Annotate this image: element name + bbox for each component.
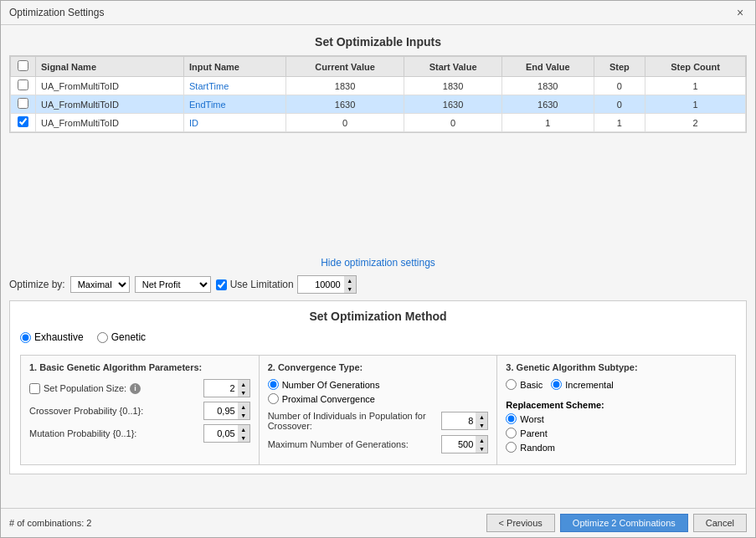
parent-label: Parent: [520, 428, 547, 438]
param-row-crossover: Crossover Probability {0..1}: ▲ ▼: [29, 402, 250, 420]
random-radio-label[interactable]: Random: [506, 442, 727, 453]
individuals-input[interactable]: [442, 414, 476, 428]
maxgen-up[interactable]: ▲: [476, 436, 487, 444]
popsize-spinner: ▲ ▼: [203, 379, 250, 397]
proximal-label: Proximal Convergence: [282, 394, 375, 404]
row-checkbox-cell: [11, 114, 36, 132]
incremental-subtype-text: Incremental: [565, 380, 613, 390]
title-bar: Optimization Settings ×: [1, 1, 755, 25]
individuals-label: Number of Individuals in Population for …: [268, 411, 439, 431]
method-section-title: Set Optimization Method: [20, 310, 736, 323]
row-signal-2: UA_FromMultiToID: [36, 114, 184, 132]
crossover-down[interactable]: ▼: [238, 411, 249, 419]
optimize-method-select[interactable]: MaximalMinimal: [70, 276, 130, 293]
row-step-2: 1: [594, 114, 645, 132]
hide-link-area: Hide optimization settings: [9, 257, 747, 269]
use-limitation-checkbox[interactable]: [216, 279, 227, 290]
basic-subtype-label[interactable]: Basic: [506, 379, 543, 390]
cancel-button[interactable]: Cancel: [693, 514, 747, 532]
footer-buttons: < Previous Optimize 2 Combinations Cance…: [486, 514, 747, 532]
combinations-count: # of combinations: 2: [9, 518, 91, 528]
popsize-checkbox[interactable]: [29, 383, 40, 394]
optimize-metric-select[interactable]: Net ProfitTotal TradesProfit Factor: [135, 276, 211, 293]
col-header-end: End Value: [501, 57, 594, 77]
table-row: UA_FromMultiToID EndTime 1630 1630 1630 …: [11, 95, 746, 114]
incremental-subtype-label[interactable]: Incremental: [551, 379, 613, 390]
parent-radio-label[interactable]: Parent: [506, 428, 727, 438]
inputs-table: Signal Name Input Name Current Value Sta…: [10, 56, 746, 132]
col3-box: 3. Genetic Algorithm Subtype: Basic Incr…: [497, 355, 736, 465]
random-label: Random: [520, 443, 555, 453]
popsize-spinner-btns: ▲ ▼: [238, 380, 249, 397]
select-all-checkbox[interactable]: [18, 60, 28, 71]
param-label-popsize: Set Population Size: i: [29, 383, 200, 394]
close-button[interactable]: ×: [733, 6, 747, 19]
mutation-up[interactable]: ▲: [238, 425, 249, 433]
crossover-up[interactable]: ▲: [238, 402, 249, 411]
row-checkbox-1[interactable]: [18, 98, 28, 109]
num-generations-label: Number Of Generations: [282, 380, 380, 390]
maxgen-down[interactable]: ▼: [476, 444, 487, 453]
previous-button[interactable]: < Previous: [486, 514, 555, 532]
hide-settings-link[interactable]: Hide optimization settings: [321, 257, 435, 269]
basic-subtype-text: Basic: [520, 380, 543, 390]
exhaustive-radio[interactable]: [20, 332, 31, 343]
limitation-down-button[interactable]: ▼: [344, 284, 356, 293]
genetic-radio-label[interactable]: Genetic: [97, 331, 146, 343]
genetic-radio[interactable]: [97, 332, 108, 343]
random-radio[interactable]: [506, 442, 517, 453]
num-generations-radio[interactable]: [268, 379, 279, 390]
row-checkbox-2[interactable]: [18, 116, 28, 127]
col3-title: 3. Genetic Algorithm Subtype:: [506, 362, 727, 372]
exhaustive-radio-label[interactable]: Exhaustive: [20, 331, 84, 343]
popsize-up[interactable]: ▲: [238, 380, 249, 388]
row-signal-0: UA_FromMultiToID: [36, 77, 184, 95]
method-section: Set Optimization Method Exhaustive Genet…: [9, 300, 747, 474]
proximal-radio[interactable]: [268, 393, 279, 404]
limitation-spinner: ▲ ▼: [297, 275, 357, 294]
table-row: UA_FromMultiToID ID 0 0 1 1 2: [11, 114, 746, 132]
inputs-section-title: Set Optimizable Inputs: [9, 35, 747, 49]
col-header-current: Current Value: [285, 57, 404, 77]
row-checkbox-0[interactable]: [18, 79, 28, 90]
mutation-down[interactable]: ▼: [238, 433, 249, 442]
col-header-signal: Signal Name: [36, 57, 184, 77]
individuals-down[interactable]: ▼: [476, 421, 487, 429]
incremental-subtype-radio[interactable]: [551, 379, 562, 390]
row-input-0: StartTime: [184, 77, 286, 95]
worst-radio-label[interactable]: Worst: [506, 413, 727, 424]
optimize-button[interactable]: Optimize 2 Combinations: [560, 514, 688, 532]
popsize-input[interactable]: [204, 382, 238, 395]
dialog: Optimization Settings × Set Optimizable …: [0, 0, 756, 538]
row-signal-1: UA_FromMultiToID: [36, 95, 184, 114]
popsize-down[interactable]: ▼: [238, 388, 249, 397]
col2-box: 2. Convergence Type: Number Of Generatio…: [260, 355, 498, 465]
basic-subtype-radio[interactable]: [506, 379, 517, 390]
maxgen-input[interactable]: [442, 438, 476, 451]
limitation-input[interactable]: [298, 278, 344, 291]
row-stepcount-0: 1: [645, 77, 746, 95]
use-limitation-label: Use Limitation: [230, 279, 294, 290]
proximal-radio-label[interactable]: Proximal Convergence: [268, 393, 489, 404]
row-input-2: ID: [184, 114, 286, 132]
param-row-maxgen: Maximum Number of Generations: ▲ ▼: [268, 435, 489, 453]
parent-radio[interactable]: [506, 428, 517, 438]
individuals-up[interactable]: ▲: [476, 412, 487, 421]
crossover-input[interactable]: [204, 404, 238, 418]
col-header-start: Start Value: [404, 57, 502, 77]
col-header-check: [11, 57, 36, 77]
col-header-step: Step: [594, 57, 645, 77]
mutation-input[interactable]: [204, 427, 238, 440]
row-start-1: 1630: [404, 95, 502, 114]
worst-radio[interactable]: [506, 413, 517, 424]
limitation-up-button[interactable]: ▲: [344, 276, 356, 284]
use-limitation-group: Use Limitation ▲ ▼: [216, 275, 357, 294]
row-end-1: 1630: [501, 95, 594, 114]
limitation-spinner-buttons: ▲ ▼: [344, 276, 356, 293]
col1-title: 1. Basic Genetic Algorithm Parameters:: [29, 362, 250, 372]
row-stepcount-1: 1: [645, 95, 746, 114]
row-step-0: 0: [594, 77, 645, 95]
crossover-label: Crossover Probability {0..1}:: [29, 406, 200, 416]
row-current-2: 0: [285, 114, 404, 132]
num-generations-radio-label[interactable]: Number Of Generations: [268, 379, 489, 390]
